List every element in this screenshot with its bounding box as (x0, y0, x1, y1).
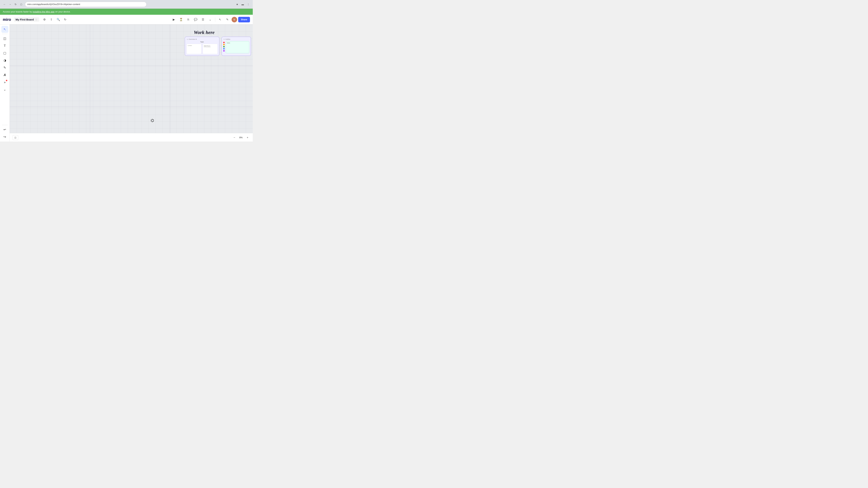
browser-nav-buttons: ← → ↻ ☖ (2, 2, 24, 7)
frame-1-cards: Context Approach & Deliverables (186, 44, 218, 54)
arrow-right-button[interactable]: ▶ (170, 17, 177, 23)
frames-icon: ◫ (3, 37, 6, 40)
pen-button[interactable]: ✎ (1, 64, 8, 71)
text-tool-button[interactable]: T (1, 42, 8, 49)
main-layout: ↖ ◫ T ▢ ◑ ✎ A » ⌄ ↩ (0, 25, 253, 141)
url-text: miro.com/app/board/uXjVOsvZ0Y8=/#tpicker… (27, 3, 80, 5)
extensions-button[interactable]: ▬ (240, 2, 245, 7)
app-header: miro My First Board ☆ ⚙ ⇧ 🔍 ↻ ▶ ⏳ ⎘ 💬 ☰ … (0, 15, 253, 25)
board-title-area: My First Board ☆ (14, 18, 39, 22)
avatar[interactable]: U (231, 17, 237, 22)
shapes-icon: ◑ (3, 59, 6, 62)
shapes-button[interactable]: ◑ (1, 57, 8, 64)
frames-tool-button[interactable]: ◫ (1, 35, 8, 42)
frame-2-title: 2. Outline (223, 38, 249, 40)
menu-button[interactable]: ⋮ (246, 2, 251, 7)
frame-2[interactable]: 2. Outline Notes (221, 37, 251, 56)
frame-1-card-2[interactable]: Approach & Deliverables (203, 44, 218, 54)
expand-sidebar-button[interactable]: ⌄ (1, 86, 8, 93)
refresh-button[interactable]: ↻ (13, 2, 18, 7)
comment-button[interactable]: 💬 (192, 17, 199, 23)
more-tools-icon: » (4, 80, 5, 84)
color-dot-4 (223, 48, 225, 50)
share-button[interactable]: Share (238, 17, 250, 22)
banner-text: Access your boards faster by (3, 10, 32, 13)
select-tool-button[interactable]: ↖ (1, 26, 8, 33)
back-button[interactable]: ← (2, 2, 7, 7)
search-button[interactable]: 🔍 (55, 17, 61, 23)
frame-1-content-title: Topic (186, 41, 218, 43)
color-dot-3 (223, 46, 225, 47)
format-text-icon: A (4, 73, 6, 77)
board-title: My First Board (16, 18, 34, 21)
undo-icon: ↩ (3, 128, 6, 131)
card-1-label: Context (188, 45, 200, 46)
canvas-area[interactable]: Work here 1. Overview ⊕ Topic Context Ap… (10, 25, 253, 141)
frame-2-inner: Notes (223, 41, 249, 53)
redo-icon: ↪ (3, 135, 6, 139)
bookmark-button[interactable]: ★ (235, 2, 240, 7)
install-banner: Access your boards faster by installing … (0, 9, 253, 15)
zoom-out-button[interactable]: − (232, 135, 237, 140)
sticky-note-icon: ▢ (3, 51, 6, 55)
expand-icon: ⌄ (3, 88, 6, 91)
screen-share-button[interactable]: ⎘ (185, 17, 191, 23)
more-tools-button[interactable]: » (1, 79, 8, 86)
zoom-controls: − 8% + (232, 135, 250, 140)
header-separator (215, 18, 215, 22)
card-2-label: Approach & Deliverables (204, 45, 216, 47)
zoom-in-button[interactable]: + (245, 135, 250, 140)
format-text-button[interactable]: A (1, 71, 8, 78)
sidebar-divider-1 (2, 34, 8, 34)
redo-button[interactable]: ↪ (1, 133, 8, 140)
home-button[interactable]: ☖ (19, 2, 24, 7)
color-dots (223, 41, 225, 53)
work-here-text: Work here (194, 30, 215, 35)
frame-1[interactable]: 1. Overview ⊕ Topic Context Approach & D… (185, 37, 219, 56)
sync-button[interactable]: ↻ (62, 17, 68, 23)
header-right: ▶ ⏳ ⎘ 💬 ☰ ⌄ ↖ ✎ U Share (170, 17, 250, 23)
undo-button[interactable]: ↩ (1, 126, 8, 133)
canvas-divider-h2 (10, 106, 253, 107)
frame-1-card-1[interactable]: Context (186, 44, 202, 54)
left-sidebar: ↖ ◫ T ▢ ◑ ✎ A » ⌄ ↩ (0, 25, 10, 141)
zoom-level: 8% (238, 136, 244, 139)
upload-button[interactable]: ⇧ (48, 17, 55, 23)
frames-container: 1. Overview ⊕ Topic Context Approach & D… (185, 37, 251, 56)
browser-actions: ★ ▬ ⋮ (235, 2, 251, 7)
browser-chrome: ← → ↻ ☖ miro.com/app/board/uXjVOsvZ0Y8=/… (0, 0, 253, 9)
notification-dot (6, 80, 7, 81)
text-icon: T (4, 44, 6, 48)
more-header-button[interactable]: ⌄ (207, 17, 213, 23)
color-dot-2 (223, 44, 225, 45)
frames-panel-button[interactable]: ◫ (12, 135, 18, 140)
address-bar[interactable]: miro.com/app/board/uXjVOsvZ0Y8=/#tpicker… (25, 2, 147, 7)
timer-button[interactable]: ⏳ (178, 17, 184, 23)
miro-logo[interactable]: miro (3, 18, 11, 22)
logo-text: miro (3, 18, 11, 22)
star-icon[interactable]: ☆ (35, 18, 37, 21)
color-dot-5 (223, 50, 225, 52)
install-link[interactable]: installing the Miro app (33, 10, 55, 13)
frame-2-card[interactable]: Notes (226, 41, 249, 53)
select-icon: ↖ (3, 27, 6, 31)
forward-button[interactable]: → (8, 2, 12, 7)
color-dot-1 (223, 42, 225, 43)
frame-1-title: 1. Overview ⊕ (186, 38, 218, 40)
frames-panel-icon: ◫ (14, 136, 16, 139)
sticky-note-button[interactable]: ▢ (1, 50, 8, 57)
cursor-mode-button[interactable]: ↖ (217, 17, 223, 23)
pen-tool-header-button[interactable]: ✎ (224, 17, 230, 23)
cursor-hand: ⌬ (151, 118, 154, 123)
bottom-bar: ◫ − 8% + (10, 133, 253, 141)
settings-button[interactable]: ⚙ (41, 17, 48, 23)
frame-2-content-title: Notes (227, 42, 248, 43)
header-toolbar: ⚙ ⇧ 🔍 ↻ (41, 17, 68, 23)
pen-icon: ✎ (3, 66, 6, 70)
banner-suffix: on your device. (55, 10, 70, 13)
list-button[interactable]: ☰ (200, 17, 206, 23)
